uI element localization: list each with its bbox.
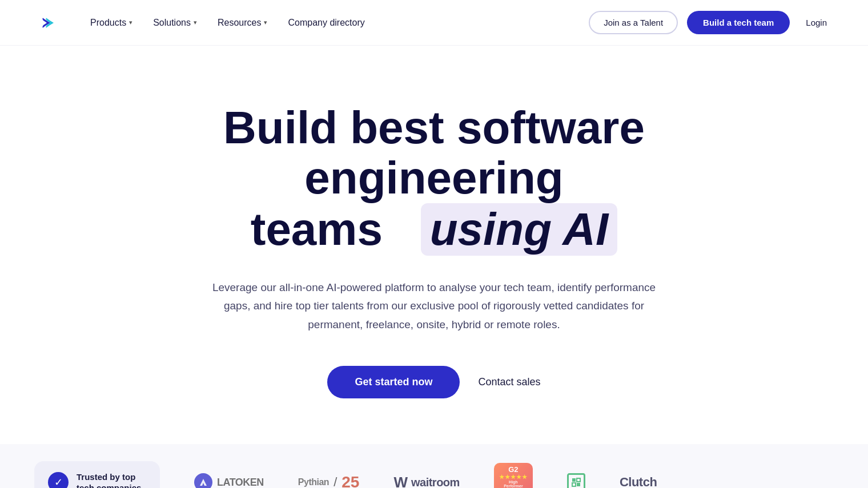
logos-section: ✓ Trusted by top tech companies LATOKEN … (0, 444, 868, 488)
nav-links: Products ▾ Solutions ▾ Resources ▾ Compa… (82, 13, 589, 33)
svg-rect-1 (572, 478, 576, 482)
nav-item-products[interactable]: Products ▾ (82, 13, 140, 33)
hero-actions: Get started now Contact sales (327, 366, 540, 398)
latoken-icon (194, 473, 212, 488)
logo-clutch: Clutch (620, 475, 657, 488)
nav-item-resources[interactable]: Resources ▾ (210, 13, 275, 33)
g2-badge: G2 ★★★★★ HighPerformer Fall 2023 (494, 463, 533, 488)
g2-logo: G2 (508, 465, 518, 474)
topleft-icon (567, 473, 585, 488)
pythian-number: 25 (341, 473, 359, 488)
logos-inner: ✓ Trusted by top tech companies LATOKEN … (34, 461, 834, 488)
hero-title-italic: using AI (421, 203, 618, 256)
logo-icon (34, 10, 59, 35)
trusted-badge: ✓ Trusted by top tech companies (34, 461, 160, 488)
svg-rect-4 (577, 483, 580, 486)
check-circle-icon: ✓ (48, 472, 69, 488)
logo[interactable] (34, 10, 59, 35)
build-team-button[interactable]: Build a tech team (687, 11, 790, 34)
pythian-slash: / (333, 475, 337, 488)
chevron-down-icon: ▾ (194, 19, 197, 26)
chevron-down-icon: ▾ (264, 19, 267, 26)
get-started-button[interactable]: Get started now (327, 366, 460, 398)
navbar: Products ▾ Solutions ▾ Resources ▾ Compa… (0, 0, 868, 46)
nav-item-solutions[interactable]: Solutions ▾ (145, 13, 205, 33)
svg-rect-2 (577, 478, 580, 482)
svg-rect-3 (572, 483, 576, 486)
join-talent-button[interactable]: Join as a Talent (589, 11, 678, 34)
hero-title: Build best software engineering teams us… (120, 103, 748, 256)
logo-topleft (567, 473, 585, 488)
clutch-label: Clutch (620, 475, 657, 488)
g2-high-performer: HighPerformer (504, 480, 523, 488)
waitroom-w-icon: W (393, 474, 407, 488)
hero-section: Build best software engineering teams us… (0, 46, 868, 444)
nav-actions: Join as a Talent Build a tech team Login (589, 11, 834, 34)
pythian-label: Pythian (298, 477, 329, 487)
logo-latoken: LATOKEN (194, 473, 264, 488)
hero-description: Leverage our all-in-one AI-powered platf… (211, 279, 657, 334)
logo-waitroom: W waitroom (393, 474, 459, 488)
login-button[interactable]: Login (799, 13, 834, 32)
contact-sales-button[interactable]: Contact sales (478, 372, 540, 393)
nav-item-company-directory[interactable]: Company directory (280, 13, 372, 33)
chevron-down-icon: ▾ (129, 19, 132, 26)
trusted-text: Trusted by top tech companies (77, 471, 141, 488)
logo-pythian: Pythian / 25 (298, 473, 360, 488)
waitroom-label: waitroom (411, 476, 460, 488)
g2-stars: ★★★★★ (499, 474, 528, 480)
logo-g2: G2 ★★★★★ HighPerformer Fall 2023 (494, 463, 533, 488)
latoken-label: LATOKEN (217, 477, 264, 488)
